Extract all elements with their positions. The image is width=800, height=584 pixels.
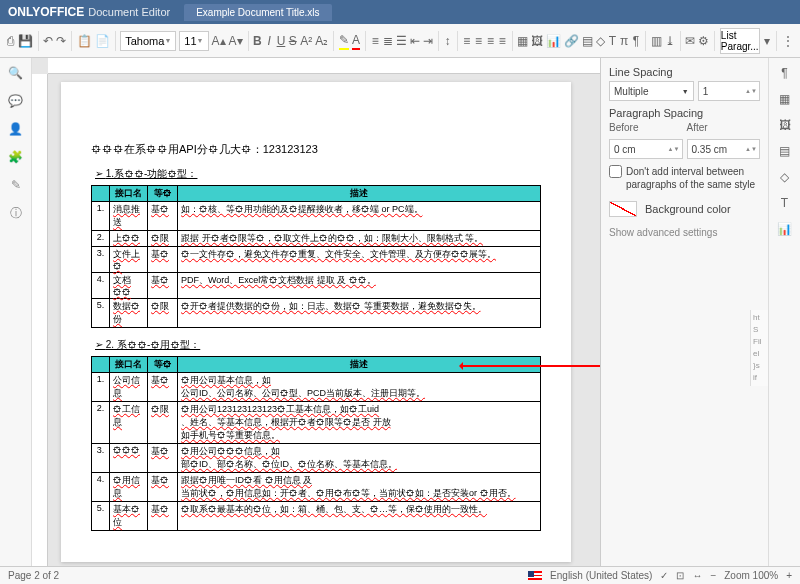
underline-icon[interactable]: U [277,32,286,50]
align-center-icon[interactable]: ≡ [474,32,483,50]
language-indicator[interactable]: English (United States) [550,570,652,581]
table2: 接口名等⯐描述 1.公司信息基⯐⯐用公司基本信息，如公司ID、公司名称、公司⯐型… [91,356,541,531]
font-select[interactable]: Tahoma▼ [120,31,176,51]
indent-icon[interactable]: ⇥ [423,32,433,50]
feedback-icon[interactable]: ✎ [7,176,25,194]
image-icon[interactable]: 🖼 [531,32,543,50]
code-strip: htSFilel}sif [750,310,768,386]
copy-icon[interactable]: 📋 [77,32,92,50]
document-tab[interactable]: Example Document Title.xls [184,4,331,21]
header-settings-icon[interactable]: ▤ [776,142,794,160]
table-row: 2.上⯐⯐⯐限跟据 开⯐者⯐限等⯐，⯐取文件上⯐的⯐⯐，如：限制大小、限制格式 … [92,231,541,247]
image-settings-icon[interactable]: 🖼 [776,116,794,134]
flag-icon [528,571,542,580]
inc-size-icon[interactable]: A▴ [212,32,226,50]
app-subtitle: Document Editor [88,6,170,18]
table-settings-icon[interactable]: ▦ [776,90,794,108]
redo-icon[interactable]: ↷ [56,32,66,50]
titlebar: ONLYOFFICE Document Editor Example Docum… [0,0,800,24]
ruler-vertical[interactable] [32,74,48,566]
table-row: 3.文件上⯐基⯐⯐一文件存⯐，避免文件存⯐重复、文件安全、文件管理、及方便存⯐⯐… [92,247,541,273]
annotation-arrow [461,365,600,367]
left-toolbar: 🔍 💬 👤 🧩 ✎ ⓘ [0,58,32,566]
save-icon[interactable]: 💾 [18,32,33,50]
chat-icon[interactable]: 👤 [7,120,25,138]
shape-icon[interactable]: ◇ [596,32,605,50]
style-select[interactable]: List Paragr... [720,28,760,54]
zoom-in-icon[interactable]: + [786,570,792,581]
advanced-link[interactable]: Show advanced settings [609,227,760,238]
linespacing-icon[interactable]: ↕ [443,32,452,50]
table-row: 4.文档⯐⯐基⯐PDF、Word、Excel常⯐文档数据 提取 及 ⯐⯐。 [92,273,541,299]
expand-styles-icon[interactable]: ▾ [763,32,772,50]
comments-icon[interactable]: 💬 [7,92,25,110]
zoom-out-icon[interactable]: − [710,570,716,581]
link-icon[interactable]: 🔗 [564,32,579,50]
bold-icon[interactable]: B [253,32,262,50]
ruler-horizontal[interactable] [48,58,600,74]
table-row: 1.公司信息基⯐⯐用公司基本信息，如公司ID、公司名称、公司⯐型、PCD当前版本… [92,373,541,402]
fit-width-icon[interactable]: ↔ [692,570,702,581]
bullets-icon[interactable]: ≡ [371,32,380,50]
textart-icon[interactable]: T [608,32,617,50]
header-icon[interactable]: ▤ [582,32,593,50]
no-interval-check[interactable]: Don't add interval between paragraphs of… [609,165,760,191]
mailmerge-icon[interactable]: ✉ [685,32,695,50]
section1-title: ➢ 1.系⯐⯐-功能⯐型： [95,167,541,181]
linespacing-value[interactable]: 1▲▼ [698,81,760,101]
plugins-icon[interactable]: 🧩 [7,148,25,166]
align-right-icon[interactable]: ≡ [486,32,495,50]
equation-icon[interactable]: π [620,32,629,50]
fit-page-icon[interactable]: ⊡ [676,570,684,581]
before-input[interactable]: 0 cm▲▼ [609,139,683,159]
bgcolor-label: Background color [645,203,731,215]
undo-icon[interactable]: ↶ [43,32,53,50]
app-logo: ONLYOFFICE [8,5,84,19]
shape-settings-icon[interactable]: ◇ [776,168,794,186]
outdent-icon[interactable]: ⇤ [410,32,420,50]
table-row: 5.基本⯐位基⯐⯐取系⯐最基本的⯐位，如：箱、桶、包、支、⯐…等，保⯐使用的一致… [92,502,541,531]
align-left-icon[interactable]: ≡ [462,32,471,50]
size-select[interactable]: 11▼ [179,31,208,51]
far-right-toolbar: ¶ ▦ 🖼 ▤ ◇ T 📊 [768,58,800,566]
chart-settings-icon[interactable]: 📊 [776,220,794,238]
bgcolor-swatch[interactable] [609,201,637,217]
table-row: 5.数据⯐份⯐限⯐开⯐者提供数据的⯐份，如：日志、数据⯐ 等重要数据，避免数据⯐… [92,299,541,328]
paraspacing-label: Paragraph Spacing [609,107,760,119]
numbering-icon[interactable]: ≣ [383,32,393,50]
multilevel-icon[interactable]: ☰ [396,32,407,50]
highlight-icon[interactable]: ✎ [339,32,349,50]
pagebreak-icon[interactable]: ⤓ [665,32,675,50]
search-icon[interactable]: 🔍 [7,64,25,82]
page-indicator[interactable]: Page 2 of 2 [8,570,59,581]
italic-icon[interactable]: I [265,32,274,50]
paste-icon[interactable]: 📄 [95,32,110,50]
table-row: 4.⯐用信息基⯐跟据⯐用唯一ID⯐看 ⯐用信息 及当前状⯐，⯐用信息如：开⯐者、… [92,473,541,502]
after-input[interactable]: 0.35 cm▲▼ [687,139,761,159]
zoom-indicator[interactable]: Zoom 100% [724,570,778,581]
sub-icon[interactable]: A₂ [315,32,328,50]
spellcheck-icon[interactable]: ✓ [660,570,668,581]
print-icon[interactable]: ⎙ [6,32,15,50]
dropcap-icon[interactable]: ¶ [632,32,641,50]
textart-settings-icon[interactable]: T [776,194,794,212]
settings-icon[interactable]: ⚙ [698,32,709,50]
about-icon[interactable]: ⓘ [7,204,25,222]
table-icon[interactable]: ▦ [517,32,528,50]
table-row: 3.⯐⯐⯐基⯐⯐用公司⯐⯐⯐信息，如部⯐ID、部⯐名称、⯐位ID、⯐位名称、等基… [92,444,541,473]
strike-icon[interactable]: S [288,32,297,50]
right-panel: Line Spacing Multiple▼ 1▲▼ Paragraph Spa… [600,58,768,566]
columns-icon[interactable]: ▥ [651,32,662,50]
doc-heading: ⯐⯐⯐在系⯐⯐用API分⯐几大⯐：123123123 [91,142,541,157]
more-icon[interactable]: ⋮ [782,32,794,50]
linespacing-mode[interactable]: Multiple▼ [609,81,694,101]
fontcolor-icon[interactable]: A [352,32,361,50]
super-icon[interactable]: A² [300,32,312,50]
page[interactable]: ⯐⯐⯐在系⯐⯐用API分⯐几大⯐：123123123 ➢ 1.系⯐⯐-功能⯐型：… [61,82,571,562]
para-settings-icon[interactable]: ¶ [776,64,794,82]
document-area[interactable]: ⯐⯐⯐在系⯐⯐用API分⯐几大⯐：123123123 ➢ 1.系⯐⯐-功能⯐型：… [32,58,600,566]
chart-icon[interactable]: 📊 [546,32,561,50]
align-justify-icon[interactable]: ≡ [498,32,507,50]
table-row: 1.消息推送基⯐如：⯐核、等⯐用功能的及⯐提醒接收者，移⯐端 or PC端。 [92,202,541,231]
dec-size-icon[interactable]: A▾ [229,32,243,50]
